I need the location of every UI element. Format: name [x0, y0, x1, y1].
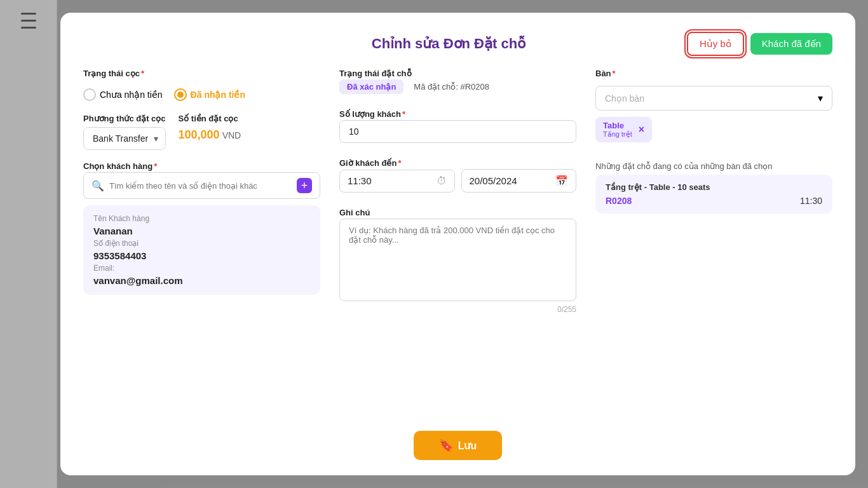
- selected-table-tag: Table Tầng trệt ×: [595, 117, 652, 142]
- time-input[interactable]: [348, 175, 431, 186]
- ghi-chu-textarea[interactable]: [339, 219, 576, 301]
- edit-reservation-modal: Chỉnh sửa Đơn Đặt chỗ Hủy bỏ Khách đã đế…: [60, 13, 855, 475]
- deposit-amount-section: Số tiền đặt cọc 100,000VND: [179, 114, 241, 150]
- ban-section: Bàn* Chọn bàn ▾ Table Tầng trệt ×: [595, 69, 832, 142]
- existing-reservations-label: Những đặt chỗ đang có của những bàn đã c…: [595, 161, 832, 171]
- add-customer-button[interactable]: +: [297, 178, 312, 193]
- so-luong-khach-section: Số lượng khách*: [339, 109, 576, 143]
- customer-search-box[interactable]: 🔍 +: [83, 172, 320, 199]
- trang-thai-coc-section: Trạng thái cọc* Chưa nhận tiền Đã nhận t…: [83, 69, 320, 421]
- modal-header: Chỉnh sửa Đơn Đặt chỗ Hủy bỏ Khách đã đế…: [83, 32, 832, 56]
- customer-search-input[interactable]: [109, 181, 292, 191]
- deposit-amount-value: 100,000VND: [179, 128, 241, 142]
- payment-status-radio-group: Chưa nhận tiền Đã nhận tiền: [83, 88, 320, 101]
- chon-ban-placeholder: Chọn bàn: [605, 93, 644, 104]
- trang-thai-row: Đã xác nhận Mã đặt chỗ: #R0208: [339, 79, 576, 94]
- deposit-method-section: Phương thức đặt cọc Bank Transfer Cash ▾: [83, 114, 166, 150]
- reservation-link[interactable]: R0208: [606, 196, 632, 206]
- trang-thai-dat-cho-section: Trạng thái đặt chỗ Đã xác nhận Mã đặt ch…: [339, 69, 576, 94]
- table-tag-sublabel: Tầng trệt: [603, 130, 632, 139]
- time-date-row: ⏱ 📅: [339, 169, 576, 193]
- chon-ban-dropdown[interactable]: Chọn bàn ▾: [595, 86, 832, 111]
- trang-thai-dat-cho-label: Trạng thái đặt chỗ: [339, 69, 576, 78]
- chevron-down-icon: ▾: [818, 92, 823, 104]
- search-icon: 🔍: [92, 180, 104, 192]
- status-badge: Đã xác nhận: [339, 79, 403, 94]
- save-button-label: Lưu: [458, 440, 477, 452]
- ma-dat-cho: Mã đặt chỗ: #R0208: [414, 82, 489, 92]
- save-footer: 🔖 Lưu: [83, 431, 832, 460]
- da-nhan-radio-circle: [174, 88, 187, 101]
- table-tag-label: Table: [603, 121, 632, 130]
- modal-title: Chỉnh sửa Đơn Đặt chỗ: [210, 36, 687, 52]
- gio-khach-den-section: Giờ khách đến* ⏱ 📅: [339, 158, 576, 193]
- trang-thai-coc-label: Trạng thái cọc*: [83, 69, 320, 78]
- reservation-time: 11:30: [800, 196, 822, 206]
- date-input-box[interactable]: 📅: [461, 169, 577, 193]
- chua-nhan-radio-circle: [83, 88, 96, 101]
- chua-nhan-tien-option[interactable]: Chưa nhận tiền: [83, 88, 163, 101]
- remove-table-button[interactable]: ×: [639, 124, 644, 135]
- col-right-section: Bàn* Chọn bàn ▾ Table Tầng trệt × Những …: [595, 69, 832, 421]
- existing-res-row: R0208 11:30: [606, 196, 822, 206]
- header-buttons: Hủy bỏ Khách đã đến: [687, 32, 832, 56]
- existing-reservations-card: Tầng trệt - Table - 10 seats R0208 11:30: [595, 175, 832, 214]
- existing-reservations-section: Những đặt chỗ đang có của những bàn đã c…: [595, 161, 832, 214]
- khach-da-den-button[interactable]: Khách đã đến: [750, 33, 832, 55]
- so-luong-khach-input[interactable]: [339, 120, 576, 143]
- deposit-method-select[interactable]: Bank Transfer Cash: [83, 127, 166, 150]
- form-body: Trạng thái cọc* Chưa nhận tiền Đã nhận t…: [83, 69, 832, 421]
- huy-bo-button[interactable]: Hủy bỏ: [687, 32, 744, 56]
- col-mid-section: Trạng thái đặt chỗ Đã xác nhận Mã đặt ch…: [339, 69, 576, 421]
- save-button[interactable]: 🔖 Lưu: [414, 431, 503, 460]
- calendar-icon: 📅: [555, 175, 568, 187]
- clock-icon: ⏱: [437, 175, 447, 187]
- customer-card: Tên Khách hàng Vananan Số điện thoại 935…: [83, 205, 320, 295]
- time-input-box[interactable]: ⏱: [339, 170, 455, 193]
- note-char-count: 0/255: [339, 305, 576, 314]
- deposit-method-select-wrapper: Bank Transfer Cash ▾: [83, 127, 166, 150]
- deposit-inline: Phương thức đặt cọc Bank Transfer Cash ▾…: [83, 114, 320, 150]
- da-nhan-tien-option[interactable]: Đã nhận tiền: [174, 88, 245, 101]
- existing-res-card-title: Tầng trệt - Table - 10 seats: [606, 182, 822, 192]
- chon-khach-hang-label: Chọn khách hàng*: [83, 161, 320, 171]
- ghi-chu-label: Ghi chú: [339, 208, 576, 217]
- save-icon: 🔖: [439, 438, 453, 452]
- date-input[interactable]: [470, 175, 551, 186]
- ghi-chu-section: Ghi chú 0/255: [339, 208, 576, 314]
